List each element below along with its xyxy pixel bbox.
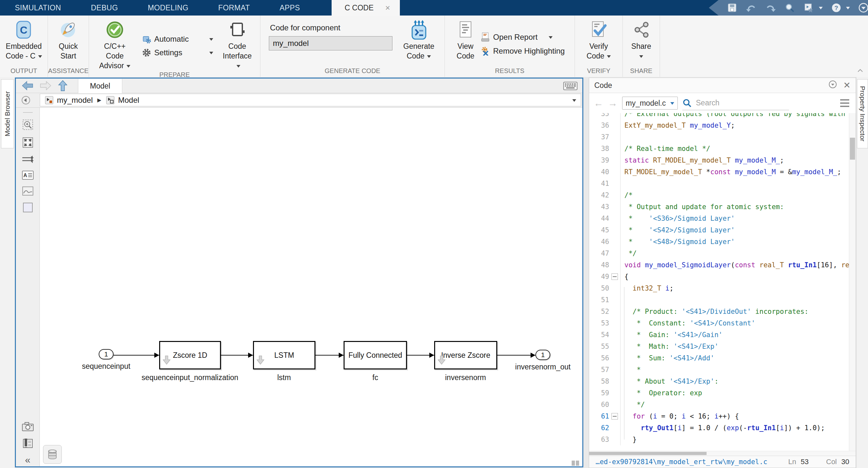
model-browser-tab[interactable]: Model Browser [1,79,14,148]
toolstrip-menu-button[interactable] [858,3,868,13]
property-inspector-tab[interactable]: Property Inspector [857,79,868,148]
fold-toggle-icon[interactable] [612,273,618,280]
help-button[interactable]: ? [831,3,850,13]
file-path-link[interactable]: …ed-ex90792814\my_model_ert_rtw\my_model… [596,458,767,466]
group-label-output: OUTPUT [0,67,48,77]
code-advisor-button[interactable]: C/C++ CodeAdvisor [92,19,137,71]
block-inverse-zscore[interactable]: Inverse Zscore [434,341,497,369]
code-line: 36ExtY_my_model_T my_model_Y; [589,120,849,131]
search-input[interactable] [695,98,777,108]
code-menu-icon[interactable] [840,99,851,107]
outport-label[interactable]: inversenorm_out [515,363,570,371]
line-number: 54 [589,331,609,339]
code-text [620,294,849,306]
fold-guide [624,287,624,440]
keyboard-shortcuts-icon[interactable] [563,81,578,92]
automatic-build-button[interactable]: Automatic [142,35,213,44]
block-label-inversenorm[interactable]: inversenorm [445,373,486,382]
svg-text:?: ? [834,4,838,11]
forward-button[interactable] [39,80,52,91]
image-button[interactable] [22,186,34,197]
embedded-code-button[interactable]: C EmbeddedCode - C [4,19,44,67]
code-text: * '<S36>/Sigmoid Layer' [620,213,849,224]
code-interface-caret-icon [237,65,240,69]
horizontal-scrollbar[interactable] [589,451,856,456]
view-code-button[interactable]: ViewCode [455,19,476,67]
breadcrumb-item-model[interactable]: Model [118,96,139,105]
inport-block[interactable]: 1 [99,349,114,359]
back-button[interactable] [21,80,34,91]
block-label-zscore[interactable]: sequenceinput_normalization [142,373,238,382]
code-back-button[interactable]: ← [594,98,603,108]
horizontal-scrollbar-thumb[interactable] [589,452,707,455]
code-interface-button[interactable]: CodeInterface [218,19,257,71]
search-button[interactable] [784,3,795,13]
block-zscore-1d[interactable]: Zscore 1D [159,341,221,369]
code-line: 42/* [589,190,849,201]
code-line: 45 * '<S42>/Sigmoid Layer' [589,224,849,236]
undo-button[interactable] [746,3,757,12]
redo-button[interactable] [765,3,776,12]
generate-code-button[interactable]: GenerateCode [402,19,436,67]
column-value: 30 [841,458,849,466]
breadcrumb-separator-icon: ▶ [97,97,101,103]
collapse-palette-button[interactable]: « [25,456,30,464]
zoom-region-button[interactable] [22,119,34,132]
verify-code-button[interactable]: VerifyCode [585,19,613,67]
signal-routing-button[interactable] [22,155,34,165]
area-box-button[interactable] [22,202,33,214]
component-name-input[interactable] [269,36,393,51]
block-label-fc[interactable]: fc [372,373,378,382]
up-to-parent-button[interactable] [57,79,68,92]
screenshot-button[interactable] [22,422,34,433]
line-number: 50 [589,285,609,292]
signal-wire[interactable] [114,355,159,356]
open-report-button[interactable]: Open Report [481,32,564,42]
vertical-scrollbar[interactable] [849,113,856,451]
collapse-ribbon-icon[interactable] [857,68,864,74]
model-canvas[interactable]: 1 sequenceinput 1 inversenorm_out Zscore… [40,108,582,466]
menu-tab-format[interactable]: FORMAT [204,0,265,15]
block-label-lstm[interactable]: lstm [277,373,291,382]
layout-split-icon[interactable] [572,461,579,466]
fit-to-view-button[interactable] [22,137,34,149]
settings-button[interactable]: Settings [142,48,213,57]
ribbon-group-assistance: QuickStart ASSISTANCE [48,15,89,77]
minimize-pane-button[interactable] [828,80,837,91]
document-tab-label: Model [90,82,110,91]
ribbon-group-verify: VerifyCode VERIFY [575,15,623,77]
hide-explorer-bar-button[interactable] [21,95,31,106]
vertical-scrollbar-thumb[interactable] [850,138,855,160]
close-icon[interactable]: × [385,4,390,12]
breadcrumb-caret-icon[interactable] [572,99,576,104]
share-caret-icon [639,55,643,60]
automatic-icon [142,35,151,44]
remove-highlighting-button[interactable]: Remove Highlighting [481,46,564,56]
menu-tab-apps[interactable]: APPS [265,0,315,15]
favorites-icon [803,3,814,13]
block-fully-connected[interactable]: Fully Connected [344,341,407,369]
file-dropdown-label: my_model.c [626,99,666,108]
fold-toggle-icon[interactable] [612,413,618,420]
inport-label[interactable]: sequenceinput [82,362,130,371]
viewmarks-button[interactable] [22,438,34,450]
menu-tab-debug[interactable]: DEBUG [76,0,133,15]
share-button[interactable]: Share [629,19,653,67]
data-browser-button[interactable] [43,445,62,464]
favorites-button[interactable] [803,3,823,13]
block-lstm[interactable]: LSTM [253,341,315,369]
document-tab-model[interactable]: Model [78,79,122,93]
signal-wire[interactable] [497,355,535,356]
file-dropdown[interactable]: my_model.c [622,97,678,109]
menu-tab-modeling[interactable]: MODELING [133,0,204,15]
annotation-button[interactable]: A [22,170,34,181]
code-editor[interactable]: 35/* External outputs (root outports fed… [589,113,856,451]
tab-c-code[interactable]: C CODE × [332,0,400,15]
save-button[interactable] [727,3,737,13]
quick-start-button[interactable]: QuickStart [57,19,80,67]
close-pane-button[interactable]: ✕ [843,80,850,91]
breadcrumb-item-my-model[interactable]: my_model [57,96,93,105]
menu-tab-simulation[interactable]: SIMULATION [0,0,76,15]
code-forward-button[interactable]: → [608,98,618,108]
outport-block[interactable]: 1 [535,350,550,360]
